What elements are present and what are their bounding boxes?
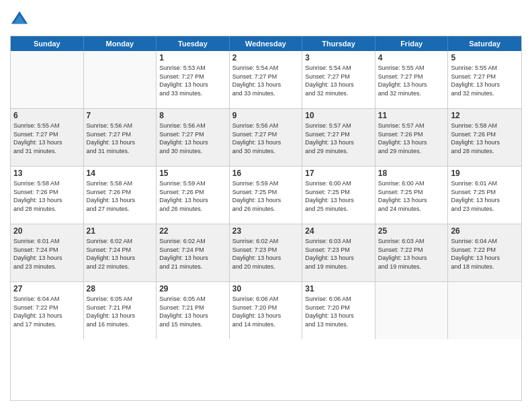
cell-info-line: and 28 minutes.: [451, 147, 519, 156]
cell-info-line: Daylight: 13 hours: [87, 312, 154, 320]
day-number: 21: [87, 226, 154, 236]
calendar-row-0: 1Sunrise: 5:53 AMSunset: 7:27 PMDaylight…: [11, 51, 521, 108]
calendar-cell: 20Sunrise: 6:01 AMSunset: 7:24 PMDayligh…: [11, 224, 84, 281]
cell-info-line: Sunrise: 5:53 AM: [159, 64, 226, 73]
cell-info-line: and 13 minutes.: [305, 320, 372, 329]
cell-info-line: and 32 minutes.: [305, 89, 372, 98]
cell-info-line: Sunset: 7:27 PM: [378, 73, 445, 81]
calendar-cell: 2Sunrise: 5:54 AMSunset: 7:27 PMDaylight…: [230, 51, 303, 108]
day-number: 6: [13, 111, 81, 120]
cell-info-line: Sunset: 7:27 PM: [305, 130, 372, 139]
cell-info-line: Sunset: 7:20 PM: [232, 304, 300, 312]
cell-info-line: Daylight: 13 hours: [87, 138, 154, 147]
cell-info-line: Sunrise: 6:03 AM: [305, 237, 372, 246]
cell-info-line: Sunrise: 5:58 AM: [13, 179, 81, 188]
day-number: 1: [159, 53, 226, 62]
day-number: 22: [159, 226, 226, 236]
day-number: 5: [451, 53, 519, 62]
cell-info-line: Sunrise: 6:02 AM: [87, 237, 154, 246]
cell-info-line: Daylight: 13 hours: [87, 196, 154, 205]
calendar-cell: 31Sunrise: 6:06 AMSunset: 7:20 PMDayligh…: [302, 282, 375, 339]
day-number: 16: [232, 169, 300, 178]
cell-info-line: Sunrise: 6:06 AM: [305, 295, 372, 304]
cell-info-line: Daylight: 13 hours: [305, 254, 372, 263]
calendar-cell: 1Sunrise: 5:53 AMSunset: 7:27 PMDaylight…: [157, 51, 230, 108]
cell-info-line: and 20 minutes.: [232, 263, 300, 271]
cell-info-line: Sunrise: 5:57 AM: [305, 122, 372, 130]
cell-info-line: Daylight: 13 hours: [13, 312, 81, 320]
cell-info-line: and 25 minutes.: [305, 205, 372, 214]
calendar-cell: 19Sunrise: 6:01 AMSunset: 7:25 PMDayligh…: [448, 167, 521, 224]
cell-info-line: and 18 minutes.: [451, 263, 519, 271]
cell-info-line: Sunrise: 5:58 AM: [87, 179, 154, 188]
cell-info-line: Daylight: 13 hours: [13, 138, 81, 147]
calendar-cell: 7Sunrise: 5:56 AMSunset: 7:27 PMDaylight…: [84, 109, 157, 166]
calendar-cell: 17Sunrise: 6:00 AMSunset: 7:25 PMDayligh…: [302, 167, 375, 224]
cell-info-line: Daylight: 13 hours: [305, 138, 372, 147]
cell-info-line: and 31 minutes.: [13, 147, 81, 156]
header-day-monday: Monday: [84, 36, 157, 51]
cell-info-line: Sunset: 7:25 PM: [232, 188, 300, 197]
cell-info-line: Sunrise: 6:00 AM: [378, 179, 445, 188]
cell-info-line: Sunset: 7:23 PM: [232, 246, 300, 255]
cell-info-line: Daylight: 13 hours: [159, 138, 226, 147]
day-number: 9: [232, 111, 300, 120]
day-number: 11: [378, 111, 445, 120]
cell-info-line: Sunrise: 6:00 AM: [305, 179, 372, 188]
cell-info-line: Sunset: 7:27 PM: [159, 130, 226, 139]
calendar-cell: 24Sunrise: 6:03 AMSunset: 7:23 PMDayligh…: [302, 224, 375, 281]
header-day-thursday: Thursday: [302, 36, 375, 51]
day-number: 26: [451, 226, 519, 236]
day-number: 24: [305, 226, 372, 236]
day-number: 23: [232, 226, 300, 236]
day-number: 12: [451, 111, 519, 120]
cell-info-line: Sunset: 7:27 PM: [305, 73, 372, 81]
cell-info-line: Daylight: 13 hours: [159, 196, 226, 205]
cell-info-line: Daylight: 13 hours: [232, 138, 300, 147]
cell-info-line: Daylight: 13 hours: [378, 138, 445, 147]
day-number: 10: [305, 111, 372, 120]
calendar-cell: [84, 51, 157, 108]
calendar: SundayMondayTuesdayWednesdayThursdayFrid…: [10, 36, 522, 401]
cell-info-line: and 27 minutes.: [87, 205, 154, 214]
cell-info-line: Sunset: 7:22 PM: [451, 246, 519, 255]
cell-info-line: Daylight: 13 hours: [378, 254, 445, 263]
calendar-cell: 26Sunrise: 6:04 AMSunset: 7:22 PMDayligh…: [448, 224, 521, 281]
header-day-wednesday: Wednesday: [230, 36, 303, 51]
cell-info-line: and 19 minutes.: [378, 263, 445, 271]
calendar-row-2: 13Sunrise: 5:58 AMSunset: 7:26 PMDayligh…: [11, 166, 521, 224]
cell-info-line: and 14 minutes.: [232, 320, 300, 329]
cell-info-line: and 28 minutes.: [13, 205, 81, 214]
cell-info-line: Sunset: 7:27 PM: [13, 130, 81, 139]
day-number: 8: [159, 111, 226, 120]
cell-info-line: Sunset: 7:23 PM: [305, 246, 372, 255]
cell-info-line: Daylight: 13 hours: [305, 312, 372, 320]
cell-info-line: Sunrise: 6:02 AM: [159, 237, 226, 246]
cell-info-line: Sunrise: 5:58 AM: [451, 122, 519, 130]
calendar-cell: [11, 51, 84, 108]
cell-info-line: Daylight: 13 hours: [378, 196, 445, 205]
cell-info-line: Sunrise: 5:57 AM: [378, 122, 445, 130]
cell-info-line: Sunrise: 5:55 AM: [378, 64, 445, 73]
cell-info-line: and 23 minutes.: [451, 205, 519, 214]
cell-info-line: and 22 minutes.: [87, 263, 154, 271]
header-day-sunday: Sunday: [11, 36, 84, 51]
cell-info-line: Daylight: 13 hours: [232, 196, 300, 205]
cell-info-line: Sunset: 7:26 PM: [451, 130, 519, 139]
cell-info-line: Sunset: 7:22 PM: [378, 246, 445, 255]
cell-info-line: Sunset: 7:22 PM: [13, 304, 81, 312]
cell-info-line: Sunset: 7:20 PM: [305, 304, 372, 312]
cell-info-line: Daylight: 13 hours: [159, 254, 226, 263]
cell-info-line: Sunrise: 6:04 AM: [13, 295, 81, 304]
cell-info-line: and 26 minutes.: [232, 205, 300, 214]
cell-info-line: Sunset: 7:25 PM: [305, 188, 372, 197]
cell-info-line: Sunset: 7:27 PM: [87, 130, 154, 139]
cell-info-line: Sunrise: 6:05 AM: [159, 295, 226, 304]
cell-info-line: Sunrise: 5:56 AM: [87, 122, 154, 130]
cell-info-line: and 30 minutes.: [232, 147, 300, 156]
cell-info-line: and 33 minutes.: [232, 89, 300, 98]
cell-info-line: Daylight: 13 hours: [13, 254, 81, 263]
cell-info-line: Sunset: 7:25 PM: [451, 188, 519, 197]
day-number: 25: [378, 226, 445, 236]
cell-info-line: Sunrise: 5:55 AM: [13, 122, 81, 130]
